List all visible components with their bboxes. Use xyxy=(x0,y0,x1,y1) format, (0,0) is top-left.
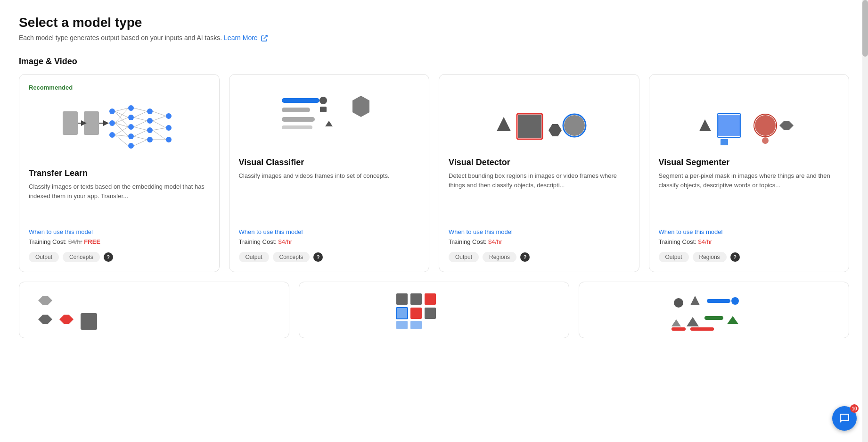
svg-rect-74 xyxy=(425,308,436,319)
svg-rect-47 xyxy=(320,107,327,112)
recommended-badge: Recommended xyxy=(29,84,210,91)
training-cost-visual-classifier: Training Cost: $4/hr xyxy=(239,238,420,245)
output-tags-visual-detector: Output Regions ? xyxy=(449,252,630,262)
svg-point-55 xyxy=(564,115,585,136)
svg-line-29 xyxy=(134,108,147,111)
svg-point-9 xyxy=(128,124,134,130)
page-subtitle: Each model type generates output based o… xyxy=(19,34,849,42)
svg-line-26 xyxy=(115,127,128,135)
card-title-visual-classifier: Visual Classifier xyxy=(239,158,420,167)
svg-point-16 xyxy=(166,113,172,119)
card-title-transfer-learn: Transfer Learn xyxy=(29,168,210,178)
card-partial-1[interactable] xyxy=(19,282,289,338)
card-description-transfer-learn: Classify images or texts based on the em… xyxy=(29,182,210,223)
help-icon[interactable]: ? xyxy=(520,252,530,262)
svg-point-13 xyxy=(147,118,153,124)
svg-marker-81 xyxy=(671,319,681,326)
svg-rect-52 xyxy=(518,115,541,138)
model-cards-grid: Recommended xyxy=(19,74,849,272)
svg-rect-50 xyxy=(282,125,312,129)
svg-line-39 xyxy=(153,121,166,128)
svg-point-64 xyxy=(762,137,769,144)
svg-rect-44 xyxy=(282,108,310,112)
svg-marker-65 xyxy=(38,315,52,324)
svg-line-33 xyxy=(134,127,147,130)
svg-rect-70 xyxy=(410,293,422,305)
svg-line-41 xyxy=(153,130,166,140)
svg-point-18 xyxy=(166,137,172,142)
svg-point-15 xyxy=(147,137,153,142)
page-wrapper: Select a model type Each model type gene… xyxy=(0,0,868,442)
card-partial-2[interactable] xyxy=(299,282,569,338)
svg-rect-72 xyxy=(396,308,408,319)
svg-marker-68 xyxy=(38,296,52,305)
svg-marker-84 xyxy=(727,316,738,324)
svg-point-46 xyxy=(319,97,327,104)
paid-price: $4/hr xyxy=(488,238,502,245)
when-to-use-link-visual-detector[interactable]: When to use this model xyxy=(449,228,630,235)
svg-line-38 xyxy=(153,116,166,121)
svg-rect-75 xyxy=(396,321,408,329)
svg-point-17 xyxy=(166,125,172,131)
svg-rect-67 xyxy=(81,313,97,330)
help-icon[interactable]: ? xyxy=(730,252,740,262)
svg-marker-49 xyxy=(352,96,369,117)
card-partial-3[interactable] xyxy=(579,282,849,338)
output-tag: Output xyxy=(449,252,479,262)
card-title-visual-detector: Visual Detector xyxy=(449,158,630,167)
svg-marker-62 xyxy=(779,121,794,130)
card-visual-classifier[interactable]: Visual Classifier Classify images and vi… xyxy=(229,74,430,272)
card-illustration-visual-detector xyxy=(449,84,630,150)
svg-line-19 xyxy=(115,108,128,111)
svg-rect-71 xyxy=(425,293,436,305)
svg-marker-48 xyxy=(325,121,333,126)
help-icon[interactable]: ? xyxy=(313,252,323,262)
card-transfer-learn[interactable]: Recommended xyxy=(19,74,220,272)
scrollbar[interactable] xyxy=(862,0,868,442)
svg-point-14 xyxy=(147,127,153,133)
output-tag: Output xyxy=(29,252,59,262)
chat-badge: 10 xyxy=(850,404,859,413)
chat-icon xyxy=(839,413,850,424)
card-description-visual-classifier: Classify images and videos frames into s… xyxy=(239,171,420,223)
svg-line-27 xyxy=(115,135,128,136)
learn-more-link[interactable]: Learn More xyxy=(224,34,267,42)
card-visual-detector[interactable]: Visual Detector Detect bounding box regi… xyxy=(439,74,639,272)
regions-tag: Regions xyxy=(483,252,516,262)
svg-point-6 xyxy=(109,132,115,138)
training-cost-transfer-learn: Training Cost: $4/hr FREE xyxy=(29,238,210,245)
svg-line-32 xyxy=(134,121,147,127)
paid-price: $4/hr xyxy=(698,238,712,245)
svg-rect-86 xyxy=(690,327,714,331)
svg-rect-0 xyxy=(63,111,78,135)
svg-point-12 xyxy=(147,108,153,114)
svg-line-36 xyxy=(134,140,147,146)
svg-marker-57 xyxy=(699,119,711,131)
card-visual-segmenter[interactable]: Visual Segmenter Segment a per-pixel mas… xyxy=(649,74,850,272)
concepts-tag: Concepts xyxy=(63,252,100,262)
svg-point-60 xyxy=(755,115,776,136)
card-illustration-visual-classifier xyxy=(239,84,420,150)
help-icon[interactable]: ? xyxy=(104,252,113,262)
when-to-use-link-transfer-learn[interactable]: When to use this model xyxy=(29,228,210,235)
svg-rect-45 xyxy=(282,117,315,122)
svg-line-40 xyxy=(153,128,166,130)
svg-marker-66 xyxy=(59,315,74,324)
svg-line-30 xyxy=(134,111,147,117)
output-tags-visual-segmenter: Output Regions ? xyxy=(659,252,840,262)
svg-point-5 xyxy=(109,120,115,126)
when-to-use-link-visual-classifier[interactable]: When to use this model xyxy=(239,228,420,235)
svg-line-21 xyxy=(115,111,128,127)
svg-rect-1 xyxy=(84,111,99,135)
svg-rect-83 xyxy=(704,316,723,320)
output-tags-transfer-learn: Output Concepts ? xyxy=(29,252,210,262)
page-title: Select a model type xyxy=(19,15,849,30)
svg-rect-76 xyxy=(410,321,422,329)
output-tags-visual-classifier: Output Concepts ? xyxy=(239,252,420,262)
scrollbar-thumb[interactable] xyxy=(862,0,868,57)
chat-button[interactable]: 10 xyxy=(832,406,857,431)
training-cost-visual-segmenter: Training Cost: $4/hr xyxy=(659,238,840,245)
svg-marker-54 xyxy=(549,124,562,136)
when-to-use-link-visual-segmenter[interactable]: When to use this model xyxy=(659,228,840,235)
card-title-visual-segmenter: Visual Segmenter xyxy=(659,158,840,167)
